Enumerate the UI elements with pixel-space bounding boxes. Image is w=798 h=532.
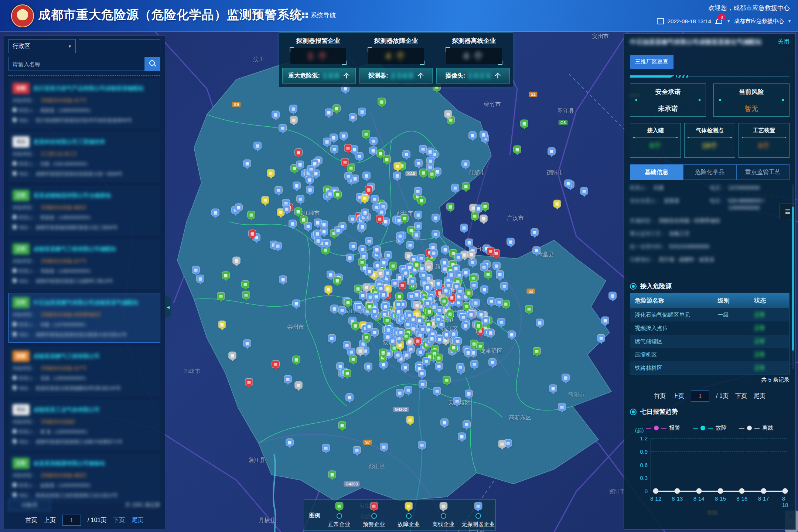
map-pin-b[interactable]: ▦ bbox=[423, 358, 430, 365]
map-pin-b[interactable]: ▦ bbox=[331, 146, 338, 153]
map-pin-b[interactable]: ▦ bbox=[356, 304, 363, 311]
page-input[interactable] bbox=[62, 515, 81, 526]
map-pin-b[interactable]: ▦ bbox=[331, 305, 338, 312]
map-pin-b[interactable]: ▦ bbox=[434, 388, 441, 395]
map-pin-b[interactable]: ▦ bbox=[430, 249, 437, 256]
map-pin-b[interactable]: ▦ bbox=[462, 160, 469, 167]
map-pin-b[interactable]: ▦ bbox=[471, 282, 478, 289]
map-pin-r[interactable]: ▦ bbox=[415, 337, 422, 344]
trend-legend-item[interactable]: 离线 bbox=[739, 424, 773, 432]
map-pin-b[interactable]: ▦ bbox=[471, 361, 478, 368]
map-pin-y[interactable]: ▦ bbox=[407, 416, 414, 423]
map-pin-b[interactable]: ▦ bbox=[321, 221, 328, 228]
prev-page-link[interactable]: 上页 bbox=[44, 516, 56, 524]
map-pin-b[interactable]: ▦ bbox=[359, 246, 366, 253]
map-pin-g[interactable]: ▦ bbox=[293, 356, 300, 363]
tab-1[interactable]: 危险化学品 bbox=[683, 164, 736, 180]
map-pin-w[interactable]: ▦ bbox=[468, 251, 475, 258]
map-pin-b[interactable]: ▦ bbox=[354, 447, 361, 454]
map-pin-g[interactable]: ▦ bbox=[526, 306, 533, 313]
notifications-button[interactable]: 0 bbox=[715, 17, 723, 25]
map-pin-g[interactable]: ▦ bbox=[339, 422, 346, 429]
map-pin-b[interactable]: ▦ bbox=[405, 386, 412, 393]
list-item[interactable]: 正常金堂某某能源有限公司储备站风险类型：【四级安全风险-储存】联系人：赵某某（1… bbox=[8, 454, 160, 504]
map-pin-b[interactable]: ▦ bbox=[381, 259, 388, 266]
map-pin-g[interactable]: ▦ bbox=[502, 300, 509, 307]
map-pin-b[interactable]: ▦ bbox=[323, 444, 330, 451]
map-pin-b[interactable]: ▦ bbox=[297, 161, 304, 168]
map-pin-b[interactable]: ▦ bbox=[406, 311, 413, 318]
map-pin-g[interactable]: ▦ bbox=[420, 169, 427, 176]
list-item[interactable]: 离线某某科技有限公司工贸储存库风险类型：【工贸行业-轻工】联系人：刘某（028-… bbox=[8, 132, 160, 182]
data-point[interactable] bbox=[653, 488, 659, 494]
map-pin-y[interactable]: ▦ bbox=[394, 163, 401, 170]
map-pin-b[interactable]: ▦ bbox=[432, 231, 439, 238]
list-item[interactable]: 正常成都某某燃气工程有限公司储配站风险类型：【四级安全风险-生产】联系人：张某某… bbox=[8, 239, 160, 289]
map-pin-b[interactable]: ▦ bbox=[392, 280, 399, 287]
map-pin-g[interactable]: ▦ bbox=[436, 354, 443, 361]
map-pin-b[interactable]: ▦ bbox=[435, 316, 442, 323]
map-pin-b[interactable]: ▦ bbox=[424, 300, 431, 307]
map-pin-b[interactable]: ▦ bbox=[497, 271, 504, 278]
map-pin-b[interactable]: ▦ bbox=[397, 232, 404, 239]
table-row[interactable]: 液化石油气储罐区单元一级正常 bbox=[630, 308, 789, 321]
map-pin-g[interactable]: ▦ bbox=[533, 348, 540, 355]
map-pin-b[interactable]: ▦ bbox=[482, 317, 490, 324]
map-pin-w[interactable]: ▦ bbox=[426, 263, 433, 270]
map-pin-r[interactable]: ▦ bbox=[345, 144, 352, 151]
map-pin-g[interactable]: ▦ bbox=[300, 216, 307, 223]
map-pin-r[interactable]: ▦ bbox=[365, 186, 372, 193]
org-name[interactable]: 成都市应急救援中心 bbox=[734, 18, 784, 25]
map-pin-g[interactable]: ▦ bbox=[482, 203, 489, 210]
map-pin-b[interactable]: ▦ bbox=[371, 195, 378, 202]
map-pin-b[interactable]: ▦ bbox=[340, 132, 347, 139]
map-pin-g[interactable]: ▦ bbox=[477, 342, 484, 349]
data-point[interactable] bbox=[675, 488, 680, 494]
factory-tour-button[interactable]: 三维厂区巡查 bbox=[630, 55, 673, 69]
map-pin-b[interactable]: ▦ bbox=[565, 180, 572, 187]
map-pin-b[interactable]: ▦ bbox=[327, 271, 334, 278]
map-pin-g[interactable]: ▦ bbox=[443, 376, 450, 383]
map-pin-w[interactable]: ▦ bbox=[233, 257, 240, 264]
map-pin-g[interactable]: ▦ bbox=[363, 130, 370, 137]
map-pin-b[interactable]: ▦ bbox=[452, 184, 459, 191]
map-pin-b[interactable]: ▦ bbox=[461, 224, 468, 231]
map-pin-g[interactable]: ▦ bbox=[380, 349, 387, 356]
map-pin-b[interactable]: ▦ bbox=[432, 214, 439, 221]
map-pin-b[interactable]: ▦ bbox=[348, 348, 355, 355]
map-pin-b[interactable]: ▦ bbox=[550, 385, 557, 392]
map-pin-b[interactable]: ▦ bbox=[415, 160, 422, 167]
map-pin-b[interactable]: ▦ bbox=[370, 137, 377, 144]
fullscreen-icon[interactable] bbox=[657, 18, 664, 24]
map-pin-b[interactable]: ▦ bbox=[419, 441, 426, 449]
map-pin-b[interactable]: ▦ bbox=[346, 394, 353, 401]
map-pin-b[interactable]: ▦ bbox=[244, 340, 251, 347]
map-pin-b[interactable]: ▦ bbox=[488, 298, 495, 305]
map-pin-r[interactable]: ▦ bbox=[295, 149, 302, 156]
map-pin-g[interactable]: ▦ bbox=[377, 150, 384, 157]
map-pin-b[interactable]: ▦ bbox=[374, 246, 381, 253]
tab-2[interactable]: 重点监管工艺 bbox=[736, 164, 790, 180]
map-pin-g[interactable]: ▦ bbox=[383, 156, 391, 163]
map-pin-b[interactable]: ▦ bbox=[507, 238, 514, 245]
map-pin-b[interactable]: ▦ bbox=[314, 219, 321, 226]
map-pin-b[interactable]: ▦ bbox=[598, 335, 605, 342]
map-pin-b[interactable]: ▦ bbox=[419, 381, 426, 388]
data-point[interactable] bbox=[718, 488, 723, 494]
last-page-link[interactable]: 尾页 bbox=[132, 516, 143, 524]
map-pin-b[interactable]: ▦ bbox=[442, 246, 449, 253]
map-pin-b[interactable]: ▦ bbox=[480, 131, 487, 138]
map-pin-b[interactable]: ▦ bbox=[197, 275, 204, 282]
district-select[interactable]: 行政区 ▼ bbox=[8, 39, 76, 53]
map-pin-b[interactable]: ▦ bbox=[359, 108, 366, 115]
map-pin-b[interactable]: ▦ bbox=[436, 363, 443, 370]
map-pin-b[interactable]: ▦ bbox=[384, 269, 391, 276]
map-pin-b[interactable]: ▦ bbox=[366, 268, 373, 275]
map-pin-g[interactable]: ▦ bbox=[359, 259, 366, 266]
map-pin-b[interactable]: ▦ bbox=[306, 176, 313, 183]
map-pin-b[interactable]: ▦ bbox=[468, 311, 475, 318]
map-pin-b[interactable]: ▦ bbox=[366, 238, 373, 245]
map-pin-b[interactable]: ▦ bbox=[235, 204, 242, 211]
map-pin-b[interactable]: ▦ bbox=[378, 285, 385, 292]
map-pin-b[interactable]: ▦ bbox=[381, 443, 388, 450]
